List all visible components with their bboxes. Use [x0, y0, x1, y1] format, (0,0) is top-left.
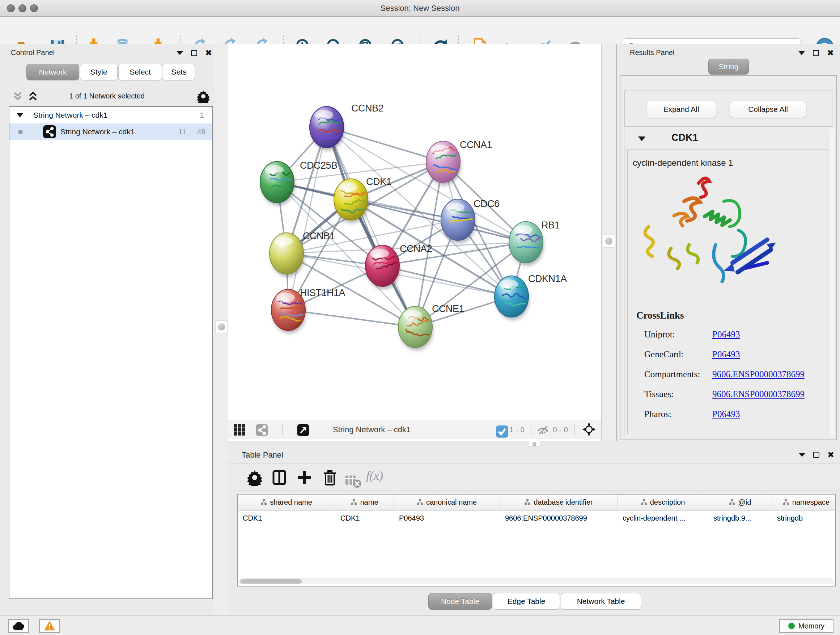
network-row-selected[interactable]: String Network – cdk1 11 48 [9, 124, 212, 140]
table-toolbar: f(x) [228, 463, 840, 491]
network-options-gear-icon[interactable] [197, 90, 210, 103]
control-panel: Control Panel ✖ Network Style Select Set… [0, 44, 214, 616]
warnings-button[interactable] [39, 619, 60, 633]
column-header[interactable]: namespace [772, 494, 840, 510]
network-node[interactable] [309, 106, 347, 150]
panel-menu-icon[interactable] [798, 51, 805, 55]
column-header[interactable]: canonical name [394, 494, 500, 510]
collection-expander-icon[interactable] [17, 113, 23, 117]
tab-network-table[interactable]: Network Table [561, 593, 641, 610]
tab-style[interactable]: Style [80, 64, 118, 80]
network-node-label: RB1 [541, 220, 560, 231]
splitter-grabber[interactable] [528, 441, 540, 447]
gene-description: cyclin-dependent kinase 1 [633, 158, 733, 168]
network-node-label: CDKN1A [528, 273, 567, 284]
column-header[interactable]: description [617, 494, 708, 510]
hidden-count: 0 - 0 [553, 425, 568, 434]
crosslink-link[interactable]: P06493 [712, 329, 740, 340]
network-node[interactable] [270, 233, 304, 277]
tab-select[interactable]: Select [118, 64, 162, 80]
network-node[interactable] [494, 276, 531, 320]
table-cell[interactable]: CDK1 [238, 510, 335, 526]
crosslink-link[interactable]: 9606.ENSP00000378699 [712, 369, 805, 379]
splitter-grabber[interactable] [603, 234, 615, 248]
network-edge[interactable] [288, 127, 327, 310]
table-mode-gear-icon[interactable] [246, 469, 264, 486]
results-scrollbar[interactable] [830, 129, 835, 437]
tab-node-table[interactable]: Node Table [428, 593, 492, 610]
float-panel-icon[interactable] [813, 50, 819, 56]
crosslink-row: Compartments:9606.ENSP00000378699 [628, 369, 829, 389]
tab-network[interactable]: Network [27, 64, 79, 80]
network-node[interactable] [334, 179, 371, 223]
table-row[interactable]: CDK1CDK1P064939606.ENSP00000378699cyclin… [238, 510, 835, 526]
crosslink-row: Uniprot:P06493 [628, 329, 829, 349]
panel-menu-icon[interactable] [177, 51, 183, 55]
tab-edge-table[interactable]: Edge Table [493, 593, 560, 610]
function-builder-icon[interactable]: f(x) [366, 469, 383, 483]
network-node[interactable] [365, 245, 405, 289]
column-header[interactable]: database identifier [500, 494, 617, 510]
column-header[interactable]: name [335, 494, 394, 510]
right-splitter[interactable] [601, 44, 616, 441]
collapse-all-button[interactable]: Collapse All [729, 101, 806, 118]
crosslink-link[interactable]: P06493 [712, 349, 740, 359]
table-cell[interactable]: P06493 [394, 510, 500, 526]
splitter-grabber[interactable] [215, 320, 227, 333]
column-header[interactable]: @id [708, 494, 772, 510]
birds-eye-view-icon[interactable] [233, 424, 246, 437]
network-type-icon [43, 125, 56, 138]
close-panel-icon[interactable]: ✖ [827, 49, 834, 57]
network-canvas-svg[interactable]: CCNB2CCNA1CDC25BCDK1CDC6RB1CCNB1CCNA2CDK… [228, 44, 601, 420]
memory-button[interactable]: Memory [779, 619, 834, 633]
graphics-detail-icon[interactable] [256, 424, 268, 437]
table-cell[interactable]: stringdb [772, 510, 840, 526]
table-panel: Table Panel ✖ f(x) shared namenamecanoni… [228, 447, 840, 616]
float-panel-icon[interactable] [191, 50, 197, 56]
network-node-label: CCNA2 [400, 243, 432, 254]
horizontal-splitter[interactable] [228, 441, 840, 447]
toolbar-separator [531, 424, 531, 436]
close-panel-icon[interactable]: ✖ [205, 49, 212, 57]
network-tree: String Network – cdk1 1 String Network –… [9, 106, 213, 599]
network-node[interactable] [260, 162, 301, 206]
expand-all-button[interactable]: Expand All [646, 101, 716, 118]
network-collection-row[interactable]: String Network – cdk1 1 [9, 107, 212, 124]
selected-checkbox-icon[interactable] [496, 425, 506, 435]
tab-string[interactable]: String [708, 59, 749, 74]
center-view-icon[interactable] [583, 423, 597, 437]
hidden-eye-icon[interactable] [536, 424, 549, 437]
delete-columns-icon[interactable] [321, 469, 339, 486]
float-panel-icon[interactable] [813, 452, 819, 458]
table-cell[interactable]: 9606.ENSP00000378699 [500, 510, 617, 526]
table-cell[interactable]: cyclin-dependent ... [617, 510, 708, 526]
scrollbar-thumb[interactable] [240, 579, 302, 584]
close-panel-icon[interactable]: ✖ [827, 451, 834, 458]
section-expander-icon[interactable] [638, 136, 645, 141]
panel-menu-icon[interactable] [799, 453, 805, 457]
main-toolbar: ? [0, 17, 840, 44]
cloud-button[interactable] [8, 619, 29, 633]
table-panel-title: Table Panel [242, 450, 283, 460]
left-splitter[interactable] [214, 44, 229, 616]
table-cell[interactable]: CDK1 [335, 510, 394, 526]
network-edge[interactable] [382, 266, 512, 296]
application-window: { "window": { "title": "Session: New Ses… [0, 0, 840, 635]
tab-sets[interactable]: Sets [163, 64, 195, 80]
collection-count: 1 [200, 111, 204, 119]
warning-icon [43, 621, 56, 631]
window-title: Session: New Session [0, 0, 840, 17]
network-edge[interactable] [288, 310, 415, 327]
detach-view-icon[interactable] [297, 424, 309, 437]
create-column-icon[interactable] [296, 469, 313, 486]
table-horizontal-scrollbar[interactable] [239, 578, 834, 584]
crosslink-link[interactable]: 9606.ENSP00000378699 [712, 389, 805, 399]
delete-table-icon[interactable] [344, 472, 357, 485]
table-cell[interactable]: stringdb:9... [708, 510, 772, 526]
show-columns-icon[interactable] [271, 469, 288, 486]
node-table: shared namenamecanonical namedatabase id… [237, 494, 836, 586]
network-node[interactable] [398, 306, 433, 350]
column-header[interactable]: shared name [238, 494, 335, 510]
crosslink-link[interactable]: P06493 [712, 409, 740, 419]
network-node[interactable] [426, 141, 463, 185]
